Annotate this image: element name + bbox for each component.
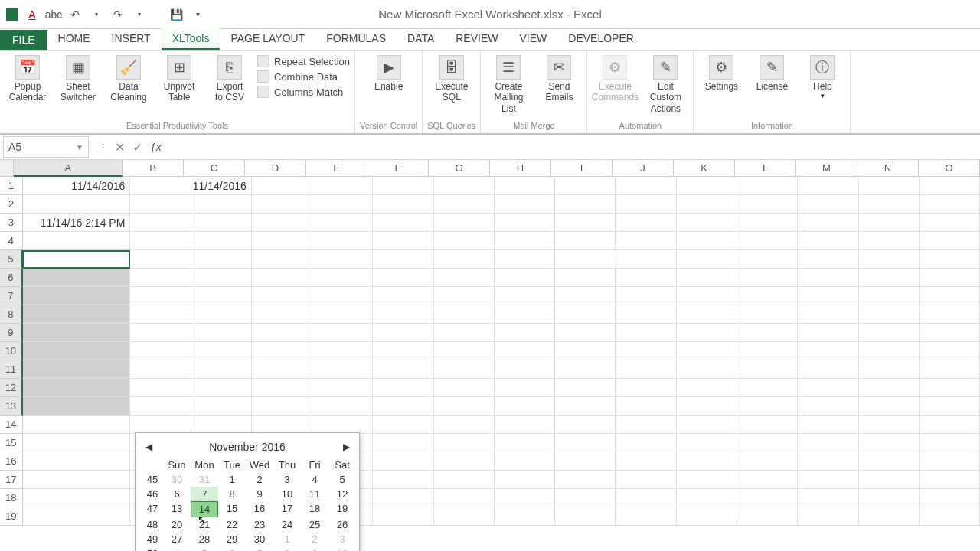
cell-K7[interactable] bbox=[677, 287, 737, 305]
cell-E1[interactable] bbox=[312, 177, 373, 195]
cell-F9[interactable] bbox=[373, 324, 433, 342]
column-header-J[interactable]: J bbox=[612, 160, 674, 177]
cell-G14[interactable] bbox=[434, 416, 495, 434]
cell-M1[interactable] bbox=[798, 177, 858, 195]
cell-M15[interactable] bbox=[798, 434, 858, 452]
cell-F17[interactable] bbox=[373, 471, 433, 489]
cell-N12[interactable] bbox=[859, 379, 920, 397]
cell-I19[interactable] bbox=[555, 507, 616, 526]
calendar-day-3[interactable]: 3 bbox=[328, 532, 356, 546]
tab-xltools[interactable]: XLTools bbox=[162, 28, 220, 50]
cell-A2[interactable] bbox=[23, 195, 131, 214]
cell-M13[interactable] bbox=[798, 397, 858, 416]
row-header-7[interactable]: 7 bbox=[0, 287, 23, 305]
cell-H4[interactable] bbox=[495, 232, 555, 250]
cell-K2[interactable] bbox=[677, 195, 737, 214]
cell-J10[interactable] bbox=[616, 342, 676, 360]
cell-M5[interactable] bbox=[798, 250, 858, 269]
ribbon-license-button[interactable]: ✎License bbox=[749, 54, 795, 92]
calendar-day-13[interactable]: 13 bbox=[163, 501, 191, 517]
select-all-button[interactable] bbox=[0, 160, 14, 177]
tab-page-layout[interactable]: PAGE LAYOUT bbox=[220, 28, 315, 50]
cell-H9[interactable] bbox=[495, 324, 555, 342]
cell-I11[interactable] bbox=[555, 360, 616, 379]
cell-I4[interactable] bbox=[555, 232, 616, 250]
calendar-day-5[interactable]: 5 bbox=[328, 472, 356, 487]
cell-C3[interactable] bbox=[191, 214, 252, 232]
cell-J7[interactable] bbox=[616, 287, 676, 305]
cell-L17[interactable] bbox=[737, 471, 798, 489]
cell-L9[interactable] bbox=[737, 324, 798, 342]
row-header-6[interactable]: 6 bbox=[0, 269, 23, 287]
cell-M6[interactable] bbox=[798, 269, 858, 287]
cell-K15[interactable] bbox=[677, 434, 737, 452]
cell-B3[interactable] bbox=[130, 214, 191, 232]
calendar-day-24[interactable]: 24 bbox=[273, 517, 301, 532]
cell-J18[interactable] bbox=[616, 489, 676, 507]
ribbon-edit-custom-actions-button[interactable]: ✎EditCustom Actions bbox=[642, 54, 688, 114]
column-header-E[interactable]: E bbox=[306, 160, 368, 177]
cell-F11[interactable] bbox=[373, 360, 433, 379]
cell-L5[interactable] bbox=[737, 250, 798, 269]
redo-icon[interactable]: ↷ bbox=[110, 7, 126, 22]
cell-K14[interactable] bbox=[677, 416, 737, 434]
cell-B8[interactable] bbox=[130, 305, 191, 324]
cell-L18[interactable] bbox=[737, 489, 798, 507]
cell-M10[interactable] bbox=[798, 342, 858, 360]
cell-I9[interactable] bbox=[555, 324, 616, 342]
cell-L15[interactable] bbox=[737, 434, 798, 452]
cell-C14[interactable] bbox=[191, 416, 252, 434]
name-box[interactable]: A5 ▼ bbox=[3, 136, 89, 158]
cell-D1[interactable] bbox=[252, 177, 312, 195]
cell-E3[interactable] bbox=[312, 214, 373, 232]
cell-F13[interactable] bbox=[373, 397, 433, 416]
calendar-next-button[interactable]: ▶ bbox=[341, 442, 351, 452]
tab-data[interactable]: DATA bbox=[397, 28, 445, 50]
cell-B2[interactable] bbox=[130, 195, 191, 214]
cell-K4[interactable] bbox=[677, 232, 737, 250]
ribbon-settings-button[interactable]: ⚙Settings bbox=[698, 54, 744, 92]
qat-customize-icon[interactable]: ▾ bbox=[190, 7, 205, 22]
cell-I17[interactable] bbox=[555, 471, 616, 489]
accept-icon[interactable]: ✓ bbox=[132, 140, 142, 155]
ribbon-create-mailing-list-button[interactable]: ☰CreateMailing List bbox=[485, 54, 531, 114]
cell-O11[interactable] bbox=[920, 360, 980, 379]
cell-O5[interactable] bbox=[920, 250, 980, 269]
cell-G11[interactable] bbox=[434, 360, 495, 379]
ribbon-send-emails-button[interactable]: ✉SendEmails bbox=[536, 54, 582, 103]
cell-N8[interactable] bbox=[859, 305, 920, 324]
cell-J16[interactable] bbox=[616, 452, 676, 471]
cell-J8[interactable] bbox=[616, 305, 676, 324]
formula-input[interactable] bbox=[173, 136, 980, 158]
cell-K10[interactable] bbox=[677, 342, 737, 360]
cell-C5[interactable] bbox=[191, 250, 252, 269]
cell-F16[interactable] bbox=[373, 452, 433, 471]
cell-O13[interactable] bbox=[920, 397, 980, 416]
calendar-day-29[interactable]: 29 bbox=[218, 532, 246, 546]
cell-M17[interactable] bbox=[798, 471, 858, 489]
cell-M9[interactable] bbox=[798, 324, 858, 342]
cell-G4[interactable] bbox=[434, 232, 495, 250]
cell-I5[interactable] bbox=[555, 250, 616, 269]
cell-J1[interactable] bbox=[616, 177, 676, 195]
cell-F8[interactable] bbox=[373, 305, 433, 324]
cell-G7[interactable] bbox=[434, 287, 495, 305]
cell-M11[interactable] bbox=[798, 360, 858, 379]
column-header-N[interactable]: N bbox=[858, 160, 919, 177]
cell-N19[interactable] bbox=[859, 507, 920, 526]
cell-E4[interactable] bbox=[312, 232, 373, 250]
cell-A1[interactable]: 11/14/2016 bbox=[23, 177, 131, 195]
cell-M2[interactable] bbox=[798, 195, 858, 214]
cell-K18[interactable] bbox=[677, 489, 737, 507]
calendar-day-11[interactable]: 11 bbox=[301, 487, 328, 501]
ribbon-export-to-csv-button[interactable]: ⎘Exportto CSV bbox=[207, 54, 253, 103]
cell-D4[interactable] bbox=[252, 232, 312, 250]
calendar-day-4[interactable]: 4 bbox=[301, 472, 328, 487]
cell-K13[interactable] bbox=[677, 397, 737, 416]
calendar-day-17[interactable]: 17 bbox=[273, 501, 301, 517]
chevron-down-icon[interactable]: ▼ bbox=[76, 143, 83, 152]
cell-M16[interactable] bbox=[798, 452, 858, 471]
cell-J12[interactable] bbox=[616, 379, 676, 397]
cell-B10[interactable] bbox=[130, 342, 191, 360]
cell-E12[interactable] bbox=[312, 379, 373, 397]
